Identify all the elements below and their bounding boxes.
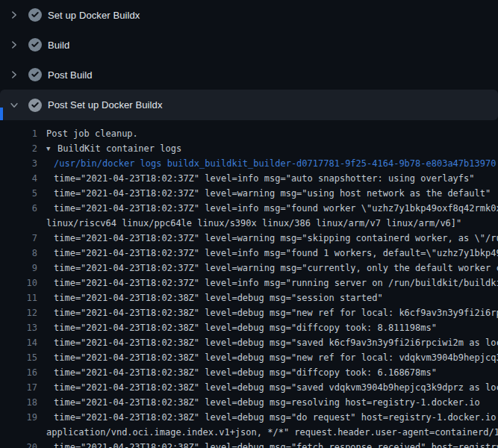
line-number[interactable]: 17 [0, 380, 37, 395]
line-number[interactable]: 11 [0, 290, 37, 305]
line-number[interactable]: 3 [0, 156, 37, 171]
log-text: time="2021-04-23T18:02:38Z" level=debug … [54, 365, 437, 380]
line-number[interactable]: 6 [0, 201, 37, 216]
log-text: time="2021-04-23T18:02:38Z" level=debug … [54, 380, 498, 395]
check-circle-icon [28, 8, 42, 22]
log-line: 4 ▼ time="2021-04-23T18:02:37Z" level=in… [0, 171, 498, 186]
line-number[interactable]: 13 [0, 320, 37, 335]
log-line: ▼ linux/riscv64 linux/ppc64le linux/s390… [0, 216, 498, 231]
log-text: time="2021-04-23T18:02:37Z" level=info m… [54, 246, 498, 261]
line-number[interactable]: 18 [0, 395, 37, 410]
step-label: Build [48, 40, 69, 51]
log-line: 5 ▼ time="2021-04-23T18:02:37Z" level=wa… [0, 186, 498, 201]
line-number[interactable]: 19 [0, 410, 37, 425]
log-text: /usr/bin/docker logs buildx_buildkit_bui… [54, 156, 496, 171]
line-number[interactable]: 4 [0, 171, 37, 186]
log-text: time="2021-04-23T18:02:37Z" level=info m… [54, 201, 498, 216]
line-number[interactable]: 15 [0, 350, 37, 365]
log-line: 11 ▼ time="2021-04-23T18:02:38Z" level=d… [0, 290, 498, 305]
line-number[interactable]: 1 [0, 126, 37, 141]
chevron-down-icon [9, 100, 19, 111]
log-line: 19 ▼ time="2021-04-23T18:02:38Z" level=d… [0, 410, 498, 425]
log-line: 16 ▼ time="2021-04-23T18:02:38Z" level=d… [0, 365, 498, 380]
log-text: time="2021-04-23T18:02:38Z" level=debug … [54, 395, 480, 410]
line-number[interactable]: 14 [0, 335, 37, 350]
log-line: 6 ▼ time="2021-04-23T18:02:37Z" level=in… [0, 201, 498, 216]
log-line: 7 ▼ time="2021-04-23T18:02:37Z" level=wa… [0, 231, 498, 246]
line-number[interactable]: 5 [0, 186, 37, 201]
log-text: Post job cleanup. [46, 126, 138, 141]
actions-log-viewer: Set up Docker Buildx Build Post Build [0, 0, 498, 448]
log-text: time="2021-04-23T18:02:38Z" level=debug … [54, 335, 498, 350]
group-triangle-icon[interactable]: ▼ [46, 141, 57, 156]
log-line: 12 ▼ time="2021-04-23T18:02:38Z" level=d… [0, 305, 498, 320]
log-line: 18 ▼ time="2021-04-23T18:02:38Z" level=d… [0, 395, 498, 410]
line-number[interactable]: 12 [0, 305, 37, 320]
chevron-right-icon [9, 40, 19, 50]
log-line: 2 ▼ BuildKit container logs [0, 141, 498, 156]
log-line: 13 ▼ time="2021-04-23T18:02:38Z" level=d… [0, 320, 498, 335]
log-line: 3 ▼ /usr/bin/docker logs buildx_buildkit… [0, 156, 498, 171]
step-label: Post Build [48, 69, 93, 81]
check-circle-icon [28, 68, 42, 81]
step-list: Set up Docker Buildx Build Post Build [0, 0, 498, 120]
chevron-right-icon [9, 69, 19, 80]
log-text: BuildKit container logs [57, 141, 181, 156]
log-line: ▼ application/vnd.oci.image.index.v1+jso… [0, 425, 498, 440]
log-line: 15 ▼ time="2021-04-23T18:02:38Z" level=d… [0, 350, 498, 365]
line-number[interactable]: 8 [0, 246, 37, 261]
step-label: Set up Docker Buildx [48, 10, 140, 21]
line-number[interactable]: 9 [0, 261, 37, 276]
log-text: time="2021-04-23T18:02:37Z" level=info m… [54, 276, 498, 290]
log-text: time="2021-04-23T18:02:38Z" level=debug … [54, 440, 498, 448]
line-number[interactable]: 2 [0, 141, 37, 156]
check-circle-icon [28, 99, 42, 112]
log-text: time="2021-04-23T18:02:38Z" level=debug … [54, 320, 437, 335]
log-text: time="2021-04-23T18:02:37Z" level=warnin… [54, 231, 498, 246]
log-text: linux/riscv64 linux/ppc64le linux/s390x … [46, 216, 461, 231]
log-line: 17 ▼ time="2021-04-23T18:02:38Z" level=d… [0, 380, 498, 395]
log-line: 10 ▼ time="2021-04-23T18:02:37Z" level=i… [0, 276, 498, 290]
step-header-post-build[interactable]: Post Build [0, 60, 498, 90]
log-text: time="2021-04-23T18:02:38Z" level=debug … [54, 350, 498, 365]
active-step-accent-bar [0, 108, 3, 120]
log-line: 20 ▼ time="2021-04-23T18:02:38Z" level=d… [0, 440, 498, 448]
step-label: Post Set up Docker Buildx [48, 99, 163, 111]
line-number[interactable]: 7 [0, 231, 37, 246]
line-number[interactable]: 16 [0, 365, 37, 380]
line-number[interactable] [0, 216, 37, 231]
line-number[interactable] [0, 425, 37, 440]
log-line: 14 ▼ time="2021-04-23T18:02:38Z" level=d… [0, 335, 498, 350]
step-header-post-set-up-docker-buildx[interactable]: Post Set up Docker Buildx [0, 90, 498, 120]
log-text: time="2021-04-23T18:02:38Z" level=debug … [54, 305, 498, 320]
step-header-set-up-docker-buildx[interactable]: Set up Docker Buildx [0, 0, 498, 30]
log-line: 1 ▼ Post job cleanup. [0, 126, 498, 141]
log-text: time="2021-04-23T18:02:38Z" level=debug … [54, 410, 498, 425]
log-line: 8 ▼ time="2021-04-23T18:02:37Z" level=in… [0, 246, 498, 261]
log-text: time="2021-04-23T18:02:37Z" level=info m… [54, 171, 475, 186]
step-header-build[interactable]: Build [0, 30, 498, 60]
check-circle-icon [28, 38, 42, 52]
line-number[interactable]: 20 [0, 440, 37, 448]
log-text: time="2021-04-23T18:02:37Z" level=warnin… [54, 186, 491, 201]
chevron-right-icon [9, 10, 19, 20]
log-text: application/vnd.oci.image.index.v1+json,… [46, 425, 498, 440]
log-output: 1 ▼ Post job cleanup. 2 ▼ BuildKit conta… [0, 120, 498, 448]
line-number[interactable]: 10 [0, 276, 37, 290]
log-text: time="2021-04-23T18:02:37Z" level=warnin… [54, 261, 498, 276]
log-line: 9 ▼ time="2021-04-23T18:02:37Z" level=wa… [0, 261, 498, 276]
log-text: time="2021-04-23T18:02:38Z" level=debug … [54, 290, 383, 305]
